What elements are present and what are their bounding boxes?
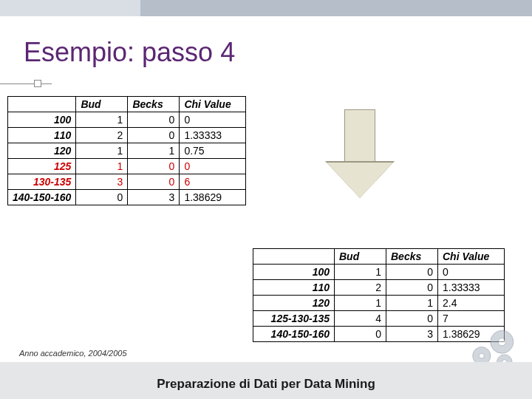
cell-becks: 0 — [386, 280, 438, 296]
cell-chi: 2.4 — [438, 296, 505, 311]
table-row: 125100 — [8, 159, 246, 174]
col-interval — [253, 249, 335, 265]
cell-interval: 125 — [8, 159, 76, 174]
cell-bud: 1 — [335, 296, 386, 311]
cell-bud: 1 — [76, 159, 128, 174]
cell-bud: 1 — [76, 143, 128, 159]
table-row: 120110.75 — [8, 143, 246, 159]
merge-arrow-icon — [327, 109, 393, 200]
col-chi-value: Chi Value — [180, 97, 246, 112]
cell-becks: 3 — [128, 190, 180, 205]
cell-bud: 0 — [76, 190, 128, 205]
col-becks: Becks — [128, 97, 180, 112]
cell-bud: 1 — [335, 265, 386, 280]
cell-interval: 100 — [8, 112, 76, 128]
header-bar-accent — [0, 0, 140, 16]
cell-chi: 1.33333 — [438, 280, 505, 296]
cell-interval: 140-150-160 — [8, 190, 76, 205]
col-becks: Becks — [386, 249, 438, 265]
cell-becks: 0 — [386, 265, 438, 280]
slide-title: Esempio: passo 4 — [24, 37, 235, 68]
cell-interval: 110 — [253, 280, 335, 296]
cell-interval: 125-130-135 — [253, 311, 335, 327]
table-row: 130-135306 — [8, 174, 246, 190]
cell-chi: 1.38629 — [180, 190, 246, 205]
cell-interval: 130-135 — [8, 174, 76, 190]
table-row: 120112.4 — [253, 296, 505, 311]
cell-becks: 0 — [128, 112, 180, 128]
cell-chi: 0.75 — [180, 143, 246, 159]
cell-chi: 6 — [180, 174, 246, 190]
cell-interval: 100 — [253, 265, 335, 280]
table-row: 110201.33333 — [8, 128, 246, 143]
title-rule — [0, 83, 52, 84]
col-interval — [8, 97, 76, 112]
cell-interval: 120 — [253, 296, 335, 311]
cell-bud: 0 — [335, 327, 386, 342]
cell-interval: 140-150-160 — [253, 327, 335, 342]
col-bud: Bud — [335, 249, 386, 265]
title-bullet — [34, 80, 41, 87]
cell-bud: 3 — [76, 174, 128, 190]
col-bud: Bud — [76, 97, 128, 112]
table-before-merge: BudBecksChi Value 100100110201.333331201… — [7, 96, 246, 205]
cell-becks: 3 — [386, 327, 438, 342]
cell-becks: 0 — [386, 311, 438, 327]
table-row: 100100 — [253, 265, 505, 280]
cell-becks: 0 — [128, 159, 180, 174]
cell-becks: 1 — [128, 143, 180, 159]
svg-point-3 — [479, 353, 484, 358]
cell-chi: 1.33333 — [180, 128, 246, 143]
cell-bud: 2 — [76, 128, 128, 143]
cell-bud: 4 — [335, 311, 386, 327]
table-row: 140-150-160031.38629 — [8, 190, 246, 205]
cell-interval: 120 — [8, 143, 76, 159]
footer-title: Preparazione di Dati per Data Mining — [0, 377, 532, 392]
col-chi-value: Chi Value — [438, 249, 505, 265]
cell-bud: 1 — [76, 112, 128, 128]
academic-year: Anno accademico, 2004/2005 — [19, 349, 127, 358]
table-row: 110201.33333 — [253, 280, 505, 296]
cell-interval: 110 — [8, 128, 76, 143]
cell-chi: 0 — [180, 159, 246, 174]
cell-becks: 0 — [128, 128, 180, 143]
cell-bud: 2 — [335, 280, 386, 296]
svg-point-1 — [498, 338, 505, 346]
table-row: 100100 — [8, 112, 246, 128]
cell-becks: 0 — [128, 174, 180, 190]
cell-chi: 0 — [180, 112, 246, 128]
cell-becks: 1 — [386, 296, 438, 311]
cell-chi: 0 — [438, 265, 505, 280]
